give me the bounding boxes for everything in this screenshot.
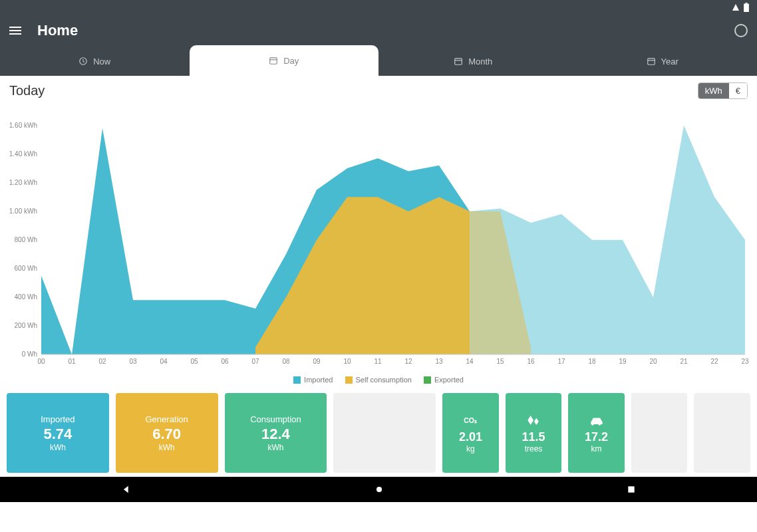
unit-toggle: kWh € — [698, 82, 748, 99]
unit-kwh[interactable]: kWh — [698, 83, 729, 98]
svg-point-44 — [377, 487, 382, 492]
card-imported-value: 5.74 — [43, 426, 72, 443]
card-generation-label: Generation — [146, 414, 188, 424]
tab-day-label: Day — [283, 56, 299, 66]
car-icon — [588, 413, 605, 428]
svg-text:1.40 kWh: 1.40 kWh — [9, 150, 37, 158]
svg-text:23: 23 — [741, 358, 749, 365]
tab-year-label: Year — [661, 57, 679, 66]
card-trees[interactable]: 11.5 trees — [506, 393, 562, 473]
nav-home-icon[interactable] — [375, 485, 384, 494]
legend-exported: Exported — [424, 376, 464, 384]
card-imported-label: Imported — [41, 414, 75, 424]
nav-back-icon[interactable] — [121, 484, 132, 495]
svg-text:800 Wh: 800 Wh — [15, 236, 37, 243]
tab-day[interactable]: Day — [190, 45, 379, 76]
svg-text:05: 05 — [190, 358, 198, 365]
svg-rect-7 — [647, 59, 655, 65]
svg-text:00: 00 — [37, 358, 45, 365]
settings-icon[interactable] — [734, 24, 748, 37]
svg-text:20: 20 — [649, 358, 657, 365]
card-km-value: 17.2 — [585, 430, 608, 444]
svg-text:07: 07 — [251, 358, 259, 365]
card-co2[interactable]: CO₂ 2.01 kg — [442, 393, 499, 473]
svg-text:0 Wh: 0 Wh — [22, 350, 37, 358]
card-generation-unit: kWh — [159, 443, 175, 452]
card-consumption[interactable]: Consumption 12.4 kWh — [225, 393, 327, 473]
tab-month-label: Month — [468, 57, 492, 66]
svg-rect-0 — [744, 4, 749, 12]
page-title: Home — [37, 22, 78, 39]
card-trees-unit: trees — [525, 444, 543, 454]
card-consumption-label: Consumption — [250, 414, 301, 424]
svg-text:1.00 kWh: 1.00 kWh — [9, 207, 37, 215]
svg-rect-45 — [628, 486, 634, 492]
card-co2-unit: kg — [466, 444, 475, 454]
svg-rect-3 — [270, 58, 277, 64]
calendar-month-icon — [454, 57, 463, 66]
unit-eur[interactable]: € — [729, 83, 747, 98]
sub-title: Today — [9, 83, 45, 98]
card-co2-value: 2.01 — [459, 430, 482, 444]
status-bar — [0, 0, 757, 15]
svg-text:11: 11 — [374, 358, 382, 365]
card-empty-1 — [333, 393, 436, 473]
android-nav-bar — [0, 477, 757, 502]
svg-text:17: 17 — [557, 358, 565, 365]
svg-rect-1 — [745, 3, 747, 4]
svg-text:600 Wh: 600 Wh — [15, 265, 37, 272]
card-km-unit: km — [591, 444, 602, 454]
svg-text:16: 16 — [527, 358, 535, 365]
trees-icon — [525, 413, 542, 428]
app-bar: Home — [0, 15, 757, 47]
card-imported-unit: kWh — [50, 443, 66, 452]
battery-icon — [744, 3, 749, 12]
card-empty-3 — [694, 393, 750, 473]
tab-now-label: Now — [93, 57, 110, 66]
svg-text:06: 06 — [221, 358, 229, 365]
card-generation[interactable]: Generation 6.70 kWh — [116, 393, 218, 473]
svg-text:13: 13 — [435, 358, 443, 365]
tab-year[interactable]: Year — [568, 47, 758, 76]
svg-text:02: 02 — [98, 358, 106, 365]
tab-now[interactable]: Now — [0, 47, 190, 76]
card-trees-value: 11.5 — [522, 430, 545, 444]
summary-cards: Imported 5.74 kWh Generation 6.70 kWh Co… — [0, 384, 757, 477]
tab-month[interactable]: Month — [378, 47, 568, 76]
energy-chart: 0 Wh200 Wh400 Wh600 Wh800 Wh1.00 kWh1.20… — [7, 104, 750, 370]
svg-text:19: 19 — [619, 358, 627, 365]
svg-text:1.20 kWh: 1.20 kWh — [9, 179, 37, 186]
svg-text:03: 03 — [129, 358, 137, 365]
svg-text:10: 10 — [343, 358, 351, 365]
svg-rect-5 — [455, 59, 462, 65]
nav-recent-icon[interactable] — [627, 485, 636, 494]
svg-text:400 Wh: 400 Wh — [15, 293, 37, 301]
card-consumption-value: 12.4 — [261, 426, 290, 443]
svg-text:09: 09 — [313, 358, 321, 365]
svg-text:1.60 kWh: 1.60 kWh — [9, 122, 37, 129]
chart-area: 0 Wh200 Wh400 Wh600 Wh800 Wh1.00 kWh1.20… — [0, 100, 757, 384]
co2-icon: CO₂ — [462, 413, 479, 428]
legend-imported: Imported — [293, 376, 333, 384]
svg-text:22: 22 — [710, 358, 718, 365]
chart-legend: Imported Self consumption Exported — [7, 376, 750, 384]
card-km[interactable]: 17.2 km — [568, 393, 625, 473]
card-imported[interactable]: Imported 5.74 kWh — [7, 393, 109, 473]
menu-icon[interactable] — [9, 27, 21, 35]
svg-text:21: 21 — [680, 358, 688, 365]
svg-text:14: 14 — [466, 358, 474, 365]
svg-text:08: 08 — [282, 358, 290, 365]
calendar-year-icon — [647, 57, 656, 66]
svg-text:04: 04 — [160, 358, 168, 365]
calendar-day-icon — [269, 56, 278, 65]
svg-text:01: 01 — [68, 358, 76, 365]
svg-text:12: 12 — [404, 358, 412, 365]
time-tabs: Now Day Month Year — [0, 47, 757, 76]
signal-icon — [732, 3, 740, 11]
sub-header: Today kWh € — [0, 76, 757, 100]
svg-text:200 Wh: 200 Wh — [15, 322, 37, 329]
card-consumption-unit: kWh — [267, 443, 283, 452]
clock-icon — [78, 57, 88, 66]
card-generation-value: 6.70 — [152, 426, 181, 443]
svg-text:15: 15 — [496, 358, 504, 365]
